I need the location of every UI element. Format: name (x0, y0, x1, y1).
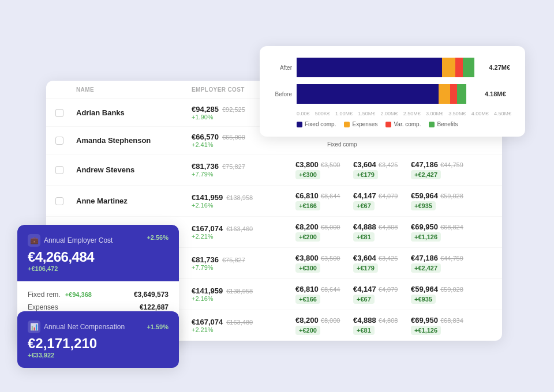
chart-bar-segments-before (297, 84, 481, 104)
row-name: Andrew Stevens (76, 165, 192, 174)
row-employer-cost: €81,736 €75,827 +7.79% (192, 255, 295, 271)
row-expenses: €4,147€4,079 +€67 (353, 191, 411, 210)
stats-main-value: €4,266,484 (28, 249, 169, 265)
legend-label-var: Var. comp. (394, 121, 421, 127)
chart-legend: Fixed comp. Expenses Var. comp. Benefits (297, 121, 511, 127)
legend-dot-fixed (297, 122, 302, 127)
chart-bar-segments-after (297, 58, 485, 77)
row-checkbox[interactable] (55, 197, 76, 205)
table-row: Anne Martinez €141,959 €138,958 +2.16% €… (46, 186, 502, 217)
row-expenses: €3,604€3,425 +€179 (353, 160, 411, 179)
legend-fixed: Fixed comp. (297, 121, 336, 127)
chart-label-after: After (274, 65, 292, 71)
stats-top-row: 💼 Annual Employer Cost +2.56% (28, 234, 169, 247)
stats-icon: 💼 (28, 234, 40, 247)
row-gross: €6,810€8,644 +€166 (295, 285, 353, 304)
row-name: Amanda Stephenson (76, 136, 192, 145)
col-name: NAME (76, 86, 192, 93)
row-employer-cost: €167,074 €163,480 +2.21% (192, 318, 295, 333)
legend-dot-benefits (429, 122, 435, 127)
row-gross: €8,200€8,000 +€200 (295, 316, 353, 335)
net-top-row: 📊 Annual Net Compensation +1.59% (28, 321, 169, 333)
net-sub-change: +€33,922 (28, 352, 169, 359)
bar-expenses-after (442, 58, 455, 77)
row-net: €69,950€68,834 +€1,126 (411, 316, 474, 335)
row-checkbox[interactable] (55, 166, 76, 174)
table-row: Andrew Stevens €81,736 €75,827 +7.79% €3… (46, 154, 502, 186)
row-gross: €3,800€3,500 +€300 (295, 160, 353, 179)
row-employer-cost: €141,959 €138,958 +2.16% (192, 193, 295, 209)
row-net: €47,186€44,759 +€2,427 (411, 254, 474, 273)
stats-row-fixed-left: Fixed rem. +€94,368 (28, 291, 92, 299)
col-check (55, 86, 76, 93)
bar-var-after (455, 58, 463, 77)
legend-dot-var (385, 122, 391, 127)
bar-benefits-after (463, 58, 474, 77)
bar-var-before (450, 84, 458, 104)
chart-axis: 0.00€ 500K€ 1.00M€ 1.50M€ 2.00M€ 2.50M€ … (297, 111, 511, 116)
row-checkbox[interactable] (55, 137, 76, 145)
stats-sub-change: +€106,472 (28, 265, 169, 272)
net-change-pct: +1.59% (147, 323, 169, 330)
row-name: Adrian Banks (76, 108, 192, 117)
bar-fixed-after (297, 58, 442, 77)
row-checkbox[interactable] (55, 109, 76, 117)
chart-value-before: 4.18M€ (485, 91, 506, 97)
row-net: €69,950€68,824 +€1,126 (411, 223, 474, 242)
stats-title: 💼 Annual Employer Cost (28, 234, 113, 247)
net-comp-card: 📊 Annual Net Compensation +1.59% €2,171,… (17, 311, 179, 368)
row-employer-cost: €81,736 €75,827 +7.79% (192, 162, 295, 178)
net-icon: 📊 (28, 321, 40, 333)
row-expenses: €4,147€4,079 +€67 (353, 285, 411, 304)
row-employer-cost: €167,074 €163,460 +2.21% (192, 224, 295, 240)
legend-dot-expenses (344, 122, 350, 127)
chart-bar-after: After 4.27M€ (274, 58, 511, 77)
row-gross: €6,810€8,644 +€166 (295, 191, 353, 210)
chart-bar-container-before: 4.18M€ (297, 84, 511, 104)
stats-title-text: Annual Employer Cost (44, 236, 113, 244)
stats-top-section: 💼 Annual Employer Cost +2.56% €4,266,484… (17, 225, 179, 281)
row-employer-cost: €141,959 €138,958 +2.16% (192, 287, 295, 302)
bar-expenses-before (439, 84, 450, 104)
chart-bar-before: Before 4.18M€ (274, 84, 511, 104)
bar-fixed-before (297, 84, 439, 104)
row-net: €59,964€59,028 +€935 (411, 285, 474, 304)
row-expenses: €3,604€3,425 +€179 (353, 254, 411, 273)
row-expenses: €4,888€4,808 +€81 (353, 223, 411, 242)
row-gross: €3,800€3,500 +€300 (295, 254, 353, 273)
stats-change-pct: +2.56% (147, 234, 169, 241)
legend-var: Var. comp. (385, 121, 421, 127)
stats-row-fixed: Fixed rem. +€94,368 €3,649,573 (28, 288, 169, 301)
chart-label-before: Before (274, 91, 292, 97)
legend-label-expenses: Expenses (352, 121, 377, 127)
chart-value-after: 4.27M€ (489, 64, 510, 71)
legend-expenses: Expenses (344, 121, 377, 127)
bar-benefits-before (457, 84, 466, 104)
row-net: €47,186€44,759 +€2,427 (411, 160, 474, 179)
row-net: €59,964€59,028 +€935 (411, 191, 474, 210)
legend-benefits: Benefits (429, 121, 458, 127)
row-expenses: €4,888€4,808 +€81 (353, 316, 411, 335)
chart-card: After 4.27M€ Before (260, 46, 525, 137)
net-title: 📊 Annual Net Compensation (28, 321, 125, 333)
row-name: Anne Martinez (76, 197, 192, 205)
net-title-text: Annual Net Compensation (44, 323, 125, 331)
legend-label-fixed: Fixed comp. (305, 121, 336, 127)
net-value: €2,171,210 (28, 336, 169, 352)
stats-row-expenses-left: Expenses (28, 303, 63, 311)
chart-area: After 4.27M€ Before (274, 58, 511, 127)
legend-label-benefits: Benefits (437, 121, 458, 127)
row-gross: €8,200€8,000 +€200 (295, 223, 353, 242)
chart-bar-container-after: 4.27M€ (297, 58, 511, 77)
